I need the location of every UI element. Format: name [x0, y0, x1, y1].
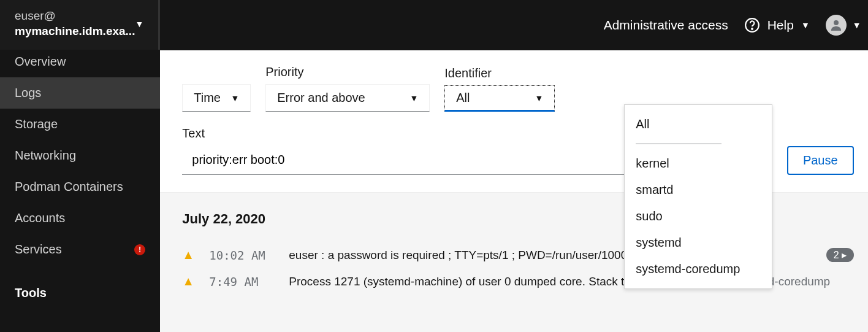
sidebar-item-label: Podman Containers: [15, 180, 123, 194]
identifier-option-all[interactable]: All: [625, 111, 772, 137]
help-menu[interactable]: Help ▼: [744, 17, 810, 33]
alert-icon: !: [134, 244, 145, 255]
identifier-label: Identifier: [444, 66, 555, 80]
sidebar-item-networking[interactable]: Networking: [0, 140, 160, 171]
sidebar-item-services[interactable]: Services !: [0, 234, 160, 265]
log-time: 7:49 AM: [209, 275, 276, 288]
log-message: euser : a password is required ; TTY=pts…: [289, 249, 679, 262]
chevron-down-icon: ▼: [135, 19, 143, 29]
identifier-dropdown: All kernel smartd sudo systemd systemd-c…: [624, 104, 772, 289]
sidebar-section-tools: Tools: [0, 277, 160, 309]
admin-access-label[interactable]: Administrative access: [604, 18, 728, 33]
help-label: Help: [767, 18, 794, 33]
host-user: euser@: [15, 9, 135, 24]
sidebar-item-overview[interactable]: Overview: [0, 50, 160, 77]
sidebar-item-label: Storage: [15, 117, 58, 131]
topbar: Administrative access Help ▼ ▼: [160, 0, 868, 50]
identifier-option-kernel[interactable]: kernel: [625, 150, 772, 177]
sidebar-item-label: Accounts: [15, 211, 65, 225]
chevron-down-icon: ▼: [409, 93, 418, 103]
log-time: 10:02 AM: [209, 249, 276, 262]
svg-point-1: [752, 28, 753, 29]
user-menu[interactable]: ▼: [826, 15, 861, 36]
chevron-down-icon: ▼: [853, 20, 861, 30]
sidebar-item-storage[interactable]: Storage: [0, 109, 160, 140]
pause-button[interactable]: Pause: [787, 146, 854, 175]
identifier-select-value: All: [456, 91, 470, 105]
avatar-icon: [826, 15, 847, 36]
sidebar-nav: Overview Logs Storage Networking Podman …: [0, 50, 160, 332]
identifier-option-sudo[interactable]: sudo: [625, 203, 772, 230]
text-filter-input[interactable]: [182, 145, 696, 175]
chevron-down-icon: ▼: [801, 20, 810, 30]
priority-select[interactable]: Error and above ▼: [265, 84, 430, 112]
time-select[interactable]: Time ▼: [182, 84, 251, 112]
identifier-select[interactable]: All ▼: [444, 85, 555, 112]
sidebar-item-label: Services: [15, 242, 62, 257]
filter-bar: Time ▼ Priority Error and above ▼ Identi…: [160, 50, 868, 193]
text-filter-label: Text: [182, 126, 696, 141]
sidebar: euser@ mymachine.idm.exa... ▼ Overview L…: [0, 0, 160, 332]
svg-point-2: [834, 20, 839, 25]
sidebar-item-accounts[interactable]: Accounts: [0, 203, 160, 234]
sidebar-item-label: Networking: [15, 149, 76, 163]
sidebar-item-label: Overview: [15, 55, 66, 69]
chevron-down-icon: ▼: [230, 93, 239, 103]
warning-icon: ▲: [182, 274, 197, 288]
warning-icon: ▲: [182, 248, 197, 262]
sidebar-item-podman-containers[interactable]: Podman Containers: [0, 171, 160, 203]
sidebar-item-logs[interactable]: Logs: [0, 77, 160, 109]
chevron-down-icon: ▼: [535, 93, 543, 103]
main-area: Administrative access Help ▼ ▼ Time: [160, 0, 868, 332]
priority-label: Priority: [265, 65, 430, 79]
divider: [636, 144, 721, 144]
help-icon: [744, 17, 760, 33]
identifier-option-smartd[interactable]: smartd: [625, 177, 772, 203]
identifier-option-systemd[interactable]: systemd: [625, 230, 772, 256]
priority-select-value: Error and above: [277, 91, 365, 105]
log-count-badge: 2▸: [826, 248, 854, 262]
host-selector[interactable]: euser@ mymachine.idm.exa... ▼: [0, 0, 160, 50]
sidebar-item-label: Logs: [15, 86, 41, 100]
identifier-option-systemd-coredump[interactable]: systemd-coredump: [625, 256, 772, 282]
time-select-label: Time: [194, 91, 221, 105]
host-machine: mymachine.idm.exa...: [15, 24, 135, 39]
